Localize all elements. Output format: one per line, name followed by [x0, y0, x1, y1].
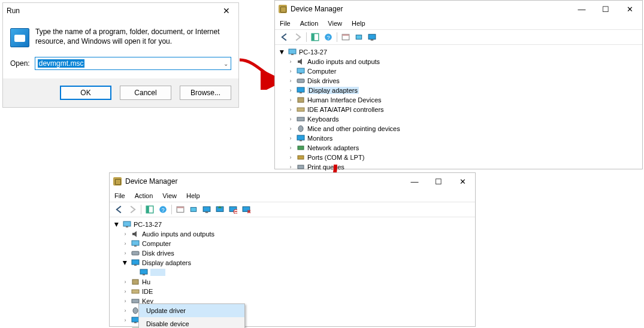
menu-action[interactable]: Action	[300, 20, 319, 27]
forward-icon[interactable]	[126, 204, 138, 215]
show-hide-icon[interactable]	[144, 204, 156, 215]
chevron-right-icon[interactable]: ›	[287, 116, 294, 122]
tree-item-disk[interactable]: ›Disk drives	[287, 76, 639, 86]
svg-rect-14	[300, 73, 302, 74]
chevron-right-icon[interactable]: ›	[122, 298, 129, 304]
chevron-right-icon[interactable]: ›	[122, 231, 129, 237]
tree-item-display-child[interactable]	[130, 268, 471, 277]
menu-action[interactable]: Action	[135, 192, 153, 199]
close-icon[interactable]: ✕	[218, 6, 235, 16]
tree-item-ide[interactable]: ›IDE ATA/ATAPI controllers	[287, 105, 639, 114]
properties-icon[interactable]	[340, 31, 352, 43]
menu-help[interactable]: Help	[186, 192, 200, 199]
disable-device-icon[interactable]	[227, 204, 239, 215]
open-input[interactable]: devmgmt.msc ⌄	[35, 57, 231, 70]
chevron-right-icon[interactable]: ›	[122, 308, 129, 314]
svg-rect-37	[203, 206, 210, 211]
ctx-disable-device[interactable]: Disable device	[139, 317, 244, 328]
tree-item-ide-partial[interactable]: ›IDE	[122, 287, 471, 296]
tree-root[interactable]: ▶PC-13-27	[113, 220, 471, 229]
tree-item-disk[interactable]: ›Disk drives	[122, 248, 471, 258]
chevron-right-icon[interactable]: ›	[287, 154, 294, 160]
menu-file[interactable]: File	[114, 192, 125, 199]
chevron-right-icon[interactable]: ›	[287, 107, 294, 113]
scan-icon[interactable]	[188, 204, 199, 215]
chevron-right-icon[interactable]: ›	[287, 68, 294, 74]
forward-icon[interactable]	[292, 31, 304, 43]
tree-item-audio[interactable]: ›Audio inputs and outputs	[287, 57, 639, 66]
menu-help[interactable]: Help	[352, 20, 365, 27]
maximize-icon[interactable]: ☐	[430, 177, 448, 186]
chevron-down-icon[interactable]: ▶	[279, 48, 285, 56]
tree-item-computer[interactable]: ›Computer	[122, 239, 471, 248]
dm2-titlebar: Device Manager — ☐ ✕	[110, 173, 475, 190]
svg-rect-26	[298, 165, 304, 169]
computer-icon	[288, 48, 297, 56]
tree-item-display-adapters-expanded[interactable]: ▶Display adapters	[122, 258, 471, 268]
ok-button[interactable]: OK	[60, 86, 111, 100]
tree-item-monitors[interactable]: ›Monitors	[287, 133, 639, 143]
tree-root[interactable]: ▶PC-13-27	[279, 47, 639, 57]
chevron-right-icon[interactable]: ›	[287, 135, 294, 141]
tree-item-label: Hu	[142, 278, 150, 286]
close-icon[interactable]: ✕	[453, 177, 471, 186]
show-hide-icon[interactable]	[309, 31, 321, 43]
chevron-right-icon[interactable]: ›	[287, 78, 294, 84]
tree-item-printqueues[interactable]: ›Print queues	[287, 162, 639, 172]
monitor-icon[interactable]	[366, 31, 378, 43]
svg-rect-24	[298, 146, 304, 150]
tree-item-label: IDE ATA/ATAPI controllers	[307, 106, 384, 113]
monitor-icon[interactable]	[201, 204, 213, 215]
chevron-right-icon[interactable]: ›	[122, 279, 129, 285]
cancel-button[interactable]: Cancel	[120, 86, 171, 100]
tree-item-hid-partial[interactable]: ›Hu	[122, 277, 471, 287]
uninstall-device-icon[interactable]	[240, 204, 252, 215]
chevron-down-icon[interactable]: ▶	[122, 259, 128, 266]
tree-item-keyboards[interactable]: ›Keyboards	[287, 114, 639, 124]
minimize-icon[interactable]: —	[406, 177, 424, 186]
svg-rect-11	[291, 54, 294, 55]
svg-rect-9	[371, 40, 374, 41]
browse-button[interactable]: Browse...	[180, 86, 231, 100]
tree-item-ports[interactable]: ›Ports (COM & LPT)	[287, 153, 639, 162]
properties-icon[interactable]	[174, 204, 186, 215]
chevron-right-icon[interactable]: ›	[287, 97, 294, 103]
chevron-right-icon[interactable]: ›	[287, 164, 294, 170]
tree-item-audio[interactable]: ›Audio inputs and outputs	[122, 229, 471, 239]
chevron-down-icon[interactable]: ⌄	[223, 60, 228, 67]
close-icon[interactable]: ✕	[621, 5, 639, 14]
chevron-right-icon[interactable]: ›	[122, 250, 129, 256]
tree-item-label: Audio inputs and outputs	[142, 230, 214, 238]
back-icon[interactable]	[279, 31, 291, 43]
svg-rect-31	[146, 206, 149, 213]
dm1-menubar: File Action View Help	[275, 17, 642, 29]
tree-item-mice[interactable]: ›Mice and other pointing devices	[287, 124, 639, 133]
tree-item-hid[interactable]: ›Human Interface Devices	[287, 95, 639, 105]
maximize-icon[interactable]: ☐	[597, 5, 615, 14]
chevron-right-icon[interactable]: ›	[287, 145, 294, 151]
display-icon	[140, 269, 148, 276]
menu-file[interactable]: File	[280, 20, 291, 27]
chevron-right-icon[interactable]: ›	[287, 126, 294, 132]
back-icon[interactable]	[113, 204, 125, 215]
chevron-right-icon[interactable]: ›	[122, 317, 129, 323]
help-icon[interactable]: ?	[157, 204, 169, 215]
minimize-icon[interactable]: —	[573, 5, 591, 14]
update-driver-icon[interactable]	[214, 204, 226, 215]
help-icon[interactable]: ?	[322, 31, 334, 43]
monitor-icon	[297, 135, 305, 142]
tree-item-label: Disk drives	[307, 77, 340, 84]
tree-item-network[interactable]: ›Network adapters	[287, 143, 639, 153]
menu-view[interactable]: View	[162, 192, 177, 199]
tree-item-display-adapters[interactable]: ›Display adapters	[287, 86, 639, 95]
chevron-right-icon[interactable]: ›	[122, 288, 129, 294]
chevron-right-icon[interactable]: ›	[287, 87, 294, 93]
chevron-down-icon[interactable]: ▶	[114, 221, 120, 228]
tree-item-computer[interactable]: ›Computer	[287, 66, 639, 76]
menu-view[interactable]: View	[328, 20, 342, 27]
scan-icon[interactable]	[353, 31, 365, 43]
chevron-right-icon[interactable]: ›	[122, 241, 129, 247]
ctx-update-driver[interactable]: Update driver	[139, 304, 244, 317]
svg-rect-22	[297, 135, 304, 140]
chevron-right-icon[interactable]: ›	[287, 59, 294, 65]
